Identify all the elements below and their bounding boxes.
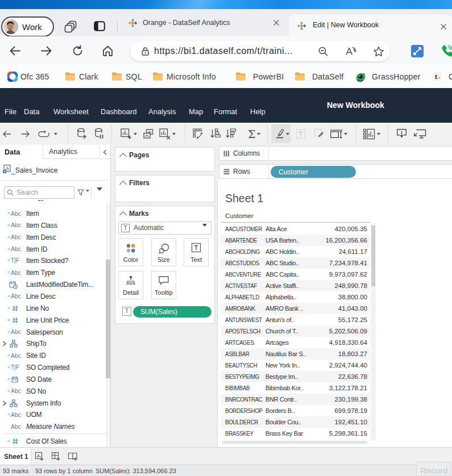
close-tab-icon[interactable] bbox=[272, 18, 281, 27]
show-hide-cards-caret[interactable] bbox=[377, 123, 380, 145]
bookmark-label[interactable]: GrassHopper bbox=[372, 72, 420, 81]
download-button[interactable] bbox=[396, 123, 407, 145]
fit-selector[interactable] bbox=[330, 123, 343, 145]
size-button[interactable]: Size bbox=[151, 238, 176, 266]
replay-caret[interactable] bbox=[54, 123, 57, 145]
phone-extension-icon[interactable] bbox=[441, 44, 452, 57]
expand-chevron-icon[interactable] bbox=[2, 400, 6, 406]
bookmark-label[interactable]: Ofc 365 bbox=[20, 72, 49, 81]
pages-card[interactable]: Pages bbox=[115, 147, 215, 172]
table-row[interactable]: AMROBANKAMRO Bank ..41,043.00 bbox=[221, 303, 370, 314]
new-dashboard-tab-button[interactable] bbox=[51, 448, 61, 465]
table-row[interactable]: BORDERSHOPBorders B..699,978.19 bbox=[221, 405, 370, 416]
url-text[interactable]: https://bi1.dataself.com/t/traini... bbox=[154, 46, 293, 56]
customer-pill[interactable]: Customer bbox=[271, 166, 356, 178]
present-button[interactable] bbox=[413, 123, 426, 145]
tab-actions-icon[interactable] bbox=[93, 20, 106, 32]
sum-sales-pill[interactable]: SUM(Sales) bbox=[133, 306, 212, 318]
swap-rows-columns-button[interactable] bbox=[193, 123, 204, 145]
table-hscrollbar-thumb[interactable] bbox=[222, 441, 367, 444]
table-row[interactable]: ANTUNSWESTAntun's of..55,172.25 bbox=[221, 314, 370, 325]
highlight-caret[interactable] bbox=[286, 123, 289, 145]
home-icon[interactable] bbox=[102, 45, 114, 57]
new-story-tab-button[interactable] bbox=[68, 448, 78, 465]
totals-caret[interactable] bbox=[257, 123, 260, 145]
table-row[interactable]: ABCHOLDINGABC Holdin..24,611.17 bbox=[221, 246, 370, 257]
folder-bookmark-icon[interactable] bbox=[295, 72, 305, 81]
detail-button[interactable]: Detail bbox=[118, 271, 143, 299]
table-row[interactable]: APOSTELSCHChurch of T..5,202,506.09 bbox=[221, 325, 370, 337]
mark-type-dropdown[interactable]: T Automatic bbox=[118, 222, 212, 235]
expand-chevron-icon[interactable] bbox=[2, 341, 6, 346]
redo-button[interactable] bbox=[21, 123, 30, 145]
tab-analytics[interactable]: Analytics bbox=[43, 145, 99, 159]
field-shipto[interactable]: ShipTo bbox=[0, 338, 106, 349]
table-row[interactable]: ABCVENTUREABC Capita..9,973,097.62 bbox=[221, 269, 370, 280]
color-button[interactable]: Color bbox=[118, 238, 143, 266]
new-worksheet-tab-button[interactable] bbox=[35, 448, 44, 465]
table-row[interactable]: ACTIVESTAFActive Staffi..248,990.78 bbox=[221, 280, 370, 291]
table-scrollbar-thumb[interactable] bbox=[371, 226, 375, 286]
new-worksheet-caret[interactable] bbox=[134, 123, 137, 145]
new-worksheet-button[interactable] bbox=[120, 123, 132, 145]
refresh-icon[interactable] bbox=[72, 45, 84, 57]
collapse-chevron-icon[interactable] bbox=[119, 181, 127, 188]
field-filter-caret[interactable] bbox=[86, 192, 89, 202]
menu-worksheet[interactable]: Worksheet bbox=[53, 107, 89, 116]
pane-options-caret[interactable] bbox=[97, 191, 102, 201]
sort-descending-button[interactable] bbox=[226, 123, 237, 145]
bookmark-label[interactable]: Microsoft Info bbox=[167, 72, 216, 81]
field-system-info[interactable]: System Info bbox=[0, 398, 106, 409]
field-line-unit-price[interactable]: =Line Unit Price bbox=[0, 315, 106, 326]
back-icon[interactable] bbox=[9, 44, 22, 57]
table-row[interactable]: AACUSTOMERAlta Ace420,005.35 bbox=[221, 223, 370, 235]
tab-data[interactable]: Data bbox=[0, 145, 43, 159]
duplicate-sheet-button[interactable] bbox=[143, 123, 154, 145]
table-row[interactable]: BRASSKEYBrass Key Bar5,298,361.15 bbox=[221, 428, 370, 439]
field-lastmodifieddatetim[interactable]: LastModifiedDateTim... bbox=[0, 279, 106, 290]
field-so-date[interactable]: =SO Date bbox=[0, 374, 106, 385]
menu-file[interactable]: File bbox=[5, 107, 16, 116]
menu-dashboard[interactable]: Dashboard bbox=[101, 107, 137, 116]
field-uom[interactable]: =AbcUOM bbox=[0, 409, 106, 420]
field-item[interactable]: =AbcItem bbox=[0, 208, 106, 219]
zoom-out-icon[interactable] bbox=[318, 46, 329, 57]
field-item-type[interactable]: =AbcItem Type bbox=[0, 267, 106, 278]
field-filter-icon[interactable] bbox=[77, 189, 85, 196]
columns-shelf[interactable]: Columns bbox=[219, 146, 452, 161]
collapse-chevron-icon[interactable] bbox=[119, 211, 127, 219]
marks-card[interactable]: Marks T Automatic ColorSizeTextDetailToo… bbox=[115, 206, 215, 324]
table-row[interactable]: ABARTENDEUSA Barten..16,200,356.66 bbox=[221, 235, 370, 246]
address-bar[interactable]: https://bi1.dataself.com/t/traini... bbox=[130, 41, 390, 61]
sort-ascending-button[interactable] bbox=[210, 123, 221, 145]
table-column-header[interactable]: Customer bbox=[225, 212, 254, 219]
replay-button[interactable] bbox=[38, 123, 50, 145]
workspaces-icon[interactable] bbox=[64, 20, 78, 34]
grasshopper-bookmark-icon[interactable] bbox=[355, 72, 367, 83]
new-data-source-button[interactable] bbox=[76, 123, 88, 145]
favorite-star-icon[interactable] bbox=[373, 46, 384, 57]
folder-bookmark-icon[interactable] bbox=[65, 72, 76, 81]
field-so-no[interactable]: =AbcSO No bbox=[0, 386, 106, 397]
table-row[interactable]: BIBIMBABBibimbab Kor..3,122,178.21 bbox=[221, 382, 370, 394]
folder-bookmark-icon[interactable] bbox=[152, 72, 163, 81]
forward-icon[interactable] bbox=[40, 44, 53, 57]
read-aloud-icon[interactable] bbox=[345, 46, 357, 57]
window-resizer-extension-icon[interactable] bbox=[411, 45, 424, 57]
table-row[interactable]: ASBLBARNautilus Bar S..18,803.27 bbox=[221, 348, 370, 360]
field-line-no[interactable]: =Line No bbox=[0, 303, 106, 314]
record-overlay[interactable]: Record bbox=[416, 462, 451, 476]
field-so-completed[interactable]: =T|FSO Completed bbox=[0, 362, 106, 373]
fields-scrollbar-thumb[interactable] bbox=[106, 260, 110, 378]
text-button[interactable]: Text bbox=[184, 238, 209, 266]
table-row[interactable]: BNRCONTRACBNR Contr..230,199.38 bbox=[221, 394, 370, 405]
datasource-name[interactable]: _Sales_Invoice bbox=[11, 166, 57, 174]
bookmark-label[interactable]: C bbox=[449, 72, 452, 81]
menu-help[interactable]: Help bbox=[250, 107, 266, 116]
show-mark-labels-button[interactable] bbox=[296, 123, 306, 145]
tumblr-bookmark-icon[interactable]: t bbox=[432, 72, 442, 81]
field-item-desc[interactable]: =AbcItem Desc bbox=[0, 232, 106, 243]
field-item-class[interactable]: =AbcItem Class bbox=[0, 220, 106, 231]
clear-sheet-button[interactable] bbox=[159, 123, 171, 145]
tab-dataself-analytics[interactable]: Orange - DataSelf Analytics bbox=[119, 9, 284, 36]
